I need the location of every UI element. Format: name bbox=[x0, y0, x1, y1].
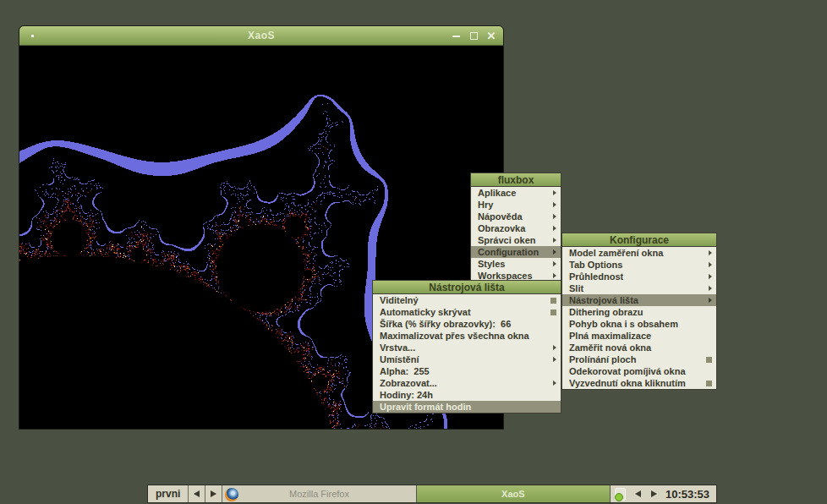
menu-item[interactable]: Hry bbox=[471, 199, 561, 211]
titlebar[interactable]: XaoS ✕ bbox=[19, 26, 503, 46]
menu-item-label: Správci oken bbox=[478, 234, 550, 246]
menu-item[interactable]: Slit bbox=[562, 282, 716, 294]
menu-item[interactable]: Prolínání ploch bbox=[562, 353, 716, 365]
workspace-section: prvni bbox=[148, 485, 189, 502]
menu-item[interactable]: Odekorovat pomíjivá okna bbox=[562, 365, 716, 377]
systray-app-icon[interactable] bbox=[615, 488, 626, 501]
checked-indicator-icon bbox=[550, 298, 556, 304]
menu-item[interactable]: Nápověda bbox=[471, 211, 561, 222]
checked-indicator-icon bbox=[706, 357, 712, 363]
task-label: Mozilla Firefox bbox=[289, 489, 349, 499]
close-icon: ✕ bbox=[487, 31, 496, 41]
menu-item[interactable]: Dithering obrazu bbox=[562, 306, 716, 318]
menu-item-label: Vrstva... bbox=[380, 342, 550, 353]
menu-item-label: Průhlednost bbox=[569, 271, 705, 282]
maximize-button[interactable] bbox=[468, 31, 479, 41]
submenu-arrow-icon bbox=[709, 286, 712, 291]
menu-item-label: Prolínání ploch bbox=[569, 353, 703, 365]
tray-next-button[interactable] bbox=[646, 490, 662, 497]
menu-item[interactable]: Průhlednost bbox=[562, 271, 716, 282]
menu-item[interactable]: Pohyb okna i s obsahem bbox=[562, 318, 716, 330]
right-arrow-icon bbox=[651, 490, 657, 497]
menu-item-label: Odekorovat pomíjivá okna bbox=[569, 365, 712, 377]
tray-prev-button[interactable] bbox=[630, 490, 646, 497]
menu-item-label: Zobrazovat... bbox=[380, 377, 550, 389]
menu-item-label: Viditelný bbox=[380, 294, 547, 306]
submenu-arrow-icon bbox=[553, 238, 556, 243]
menu-item-label: Nástrojová lišta bbox=[569, 294, 705, 306]
menu-item-label: Tab Options bbox=[569, 259, 705, 271]
minimize-icon bbox=[452, 36, 460, 37]
menu-item-label: Dithering obrazu bbox=[569, 306, 712, 318]
menu-item-label: Automaticky skrývat bbox=[380, 306, 547, 318]
right-arrow-icon bbox=[211, 490, 216, 497]
menu-item[interactable]: Vrstva... bbox=[373, 342, 561, 353]
menu-item[interactable]: Plná maximalizace bbox=[562, 330, 716, 342]
menu-item-label: Maximalizovat přes všechna okna bbox=[380, 330, 556, 342]
prev-workspace-button[interactable] bbox=[189, 485, 205, 502]
checked-indicator-icon bbox=[550, 310, 556, 315]
submenu-arrow-icon bbox=[553, 190, 556, 195]
menu-item-label: Styles bbox=[478, 258, 550, 270]
window-menu-icon[interactable] bbox=[30, 34, 35, 38]
submenu-arrow-icon bbox=[553, 357, 556, 362]
menu-item[interactable]: Správci oken bbox=[471, 234, 561, 246]
left-arrow-icon bbox=[194, 490, 200, 497]
menu-item[interactable]: Configuration bbox=[471, 246, 561, 258]
menu-items: AplikaceHryNápovědaObrazovkaSprávci oken… bbox=[471, 187, 561, 282]
submenu-arrow-icon bbox=[709, 262, 712, 267]
menu-item-label: Alpha: 255 bbox=[380, 365, 556, 377]
submenu-arrow-icon bbox=[553, 249, 556, 255]
menu-item-label: Slit bbox=[569, 282, 705, 294]
menu-item[interactable]: Viditelný bbox=[373, 294, 561, 306]
menu-item[interactable]: Obrazovka bbox=[471, 222, 561, 234]
submenu-arrow-icon bbox=[553, 202, 556, 207]
menu-item[interactable]: Šířka (% šířky obrazovky): 66 bbox=[373, 318, 561, 330]
menu-item-label: Hry bbox=[478, 199, 550, 211]
tray-section: 10:53:53 bbox=[611, 485, 716, 502]
menu-title: fluxbox bbox=[471, 173, 561, 187]
submenu-arrow-icon bbox=[709, 250, 712, 255]
konfigurace-menu: Konfigurace Model zaměření oknaTab Optio… bbox=[561, 233, 717, 390]
close-button[interactable]: ✕ bbox=[486, 31, 496, 41]
menu-item[interactable]: Vyzvednutí okna kliknutím bbox=[562, 377, 716, 389]
titlebar-buttons: ✕ bbox=[451, 26, 496, 46]
menu-item-label: Vyzvednutí okna kliknutím bbox=[569, 377, 703, 389]
menu-item[interactable]: Maximalizovat přes všechna okna bbox=[373, 330, 561, 342]
menu-item[interactable]: Tab Options bbox=[562, 259, 716, 271]
menu-item-label: Pohyb okna i s obsahem bbox=[569, 318, 712, 330]
taskbar: prvni Mozilla Firefox XaoS 10:53:53 bbox=[147, 485, 717, 503]
menu-item-label: Model zaměření okna bbox=[569, 247, 705, 259]
menu-item-label: Obrazovka bbox=[478, 222, 550, 234]
menu-item[interactable]: Styles bbox=[471, 258, 561, 270]
menu-items: ViditelnýAutomaticky skrývatŠířka (% šíř… bbox=[373, 294, 561, 413]
menu-item[interactable]: Aplikace bbox=[471, 187, 561, 199]
menu-item[interactable]: Alpha: 255 bbox=[373, 365, 561, 377]
menu-item[interactable]: Nástrojová lišta bbox=[562, 294, 716, 306]
submenu-arrow-icon bbox=[553, 381, 556, 386]
submenu-arrow-icon bbox=[709, 298, 712, 303]
menu-item-label: Upravit formát hodin bbox=[380, 401, 556, 413]
task-button-xaos[interactable]: XaoS bbox=[417, 485, 611, 502]
menu-item[interactable]: Automaticky skrývat bbox=[373, 306, 561, 318]
menu-item-label: Aplikace bbox=[478, 187, 550, 199]
submenu-arrow-icon bbox=[553, 226, 556, 231]
menu-item-label: Hodiny: 24h bbox=[380, 389, 556, 401]
menu-item-label: Nápověda bbox=[478, 211, 550, 222]
menu-item[interactable]: Model zaměření okna bbox=[562, 247, 716, 259]
menu-item[interactable]: Upravit formát hodin bbox=[373, 401, 561, 413]
menu-item[interactable]: Hodiny: 24h bbox=[373, 389, 561, 401]
menu-item[interactable]: Zobrazovat... bbox=[373, 377, 561, 389]
task-button-firefox[interactable]: Mozilla Firefox bbox=[222, 485, 416, 502]
workspace-label: prvni bbox=[148, 488, 188, 500]
menu-item[interactable]: Zaměřit nová okna bbox=[562, 342, 716, 353]
menu-item-label: Plná maximalizace bbox=[569, 330, 712, 342]
checked-indicator-icon bbox=[706, 381, 712, 386]
menu-item-label: Configuration bbox=[478, 246, 550, 258]
next-workspace-button[interactable] bbox=[205, 485, 222, 502]
menu-item[interactable]: Umístění bbox=[373, 353, 561, 365]
green-dot-icon bbox=[615, 493, 623, 501]
menu-title: Konfigurace bbox=[562, 233, 716, 247]
menu-item-label: Zaměřit nová okna bbox=[569, 342, 712, 353]
minimize-button[interactable] bbox=[451, 31, 461, 41]
